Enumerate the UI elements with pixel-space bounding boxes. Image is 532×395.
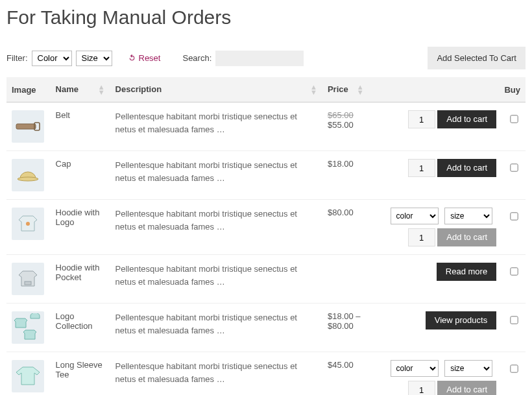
product-name: Cap bbox=[51, 151, 110, 200]
product-name: Belt bbox=[51, 102, 110, 151]
reset-label: Reset bbox=[139, 53, 161, 63]
product-thumb bbox=[12, 159, 44, 191]
product-name: Long Sleeve Tee bbox=[51, 352, 110, 396]
page-title: For Taking Manual Orders bbox=[6, 6, 526, 29]
product-description: Pellentesque habitant morbi tristique se… bbox=[110, 352, 322, 396]
filter-label: Filter: bbox=[6, 53, 28, 63]
view-products-button[interactable]: View products bbox=[426, 311, 496, 329]
qty-input[interactable] bbox=[408, 381, 435, 395]
table-row: Cap Pellentesque habitant morbi tristiqu… bbox=[6, 151, 526, 200]
select-row-checkbox[interactable] bbox=[510, 365, 518, 372]
col-image: Image bbox=[6, 77, 51, 102]
table-row: Logo Collection Pellentesque habitant mo… bbox=[6, 304, 526, 352]
table-row: Hoodie with Pocket Pellentesque habitant… bbox=[6, 255, 526, 304]
product-thumb bbox=[12, 110, 44, 143]
add-to-cart-button[interactable]: Add to cart bbox=[437, 228, 496, 246]
table-row: Belt Pellentesque habitant morbi tristiq… bbox=[6, 102, 526, 151]
qty-input[interactable] bbox=[408, 110, 435, 128]
product-name: Hoodie with Logo bbox=[51, 200, 110, 255]
qty-input[interactable] bbox=[408, 159, 435, 177]
select-row-checkbox[interactable] bbox=[510, 163, 518, 171]
variant-size-select[interactable]: size bbox=[444, 360, 492, 377]
svg-point-2 bbox=[18, 177, 38, 181]
variant-size-select[interactable]: size bbox=[444, 208, 492, 224]
svg-rect-0 bbox=[16, 124, 36, 129]
filter-color-select[interactable]: Color bbox=[32, 51, 72, 66]
product-price: $80.00 bbox=[322, 200, 369, 255]
product-table: Image Name▲▼ Description▲▼ Price▲▼ Buy B… bbox=[6, 77, 526, 395]
table-row: Long Sleeve Tee Pellentesque habitant mo… bbox=[6, 352, 526, 396]
svg-point-3 bbox=[26, 222, 30, 226]
reset-icon bbox=[128, 54, 136, 62]
select-row-checkbox[interactable] bbox=[510, 316, 518, 324]
product-thumb bbox=[12, 360, 44, 392]
product-price: $45.00 bbox=[322, 352, 369, 396]
add-selected-to-cart-button[interactable]: Add Selected To Cart bbox=[428, 47, 526, 69]
svg-rect-4 bbox=[25, 281, 31, 285]
col-description[interactable]: Description▲▼ bbox=[110, 77, 322, 102]
product-price: $18.00 bbox=[322, 151, 369, 200]
select-row-checkbox[interactable] bbox=[510, 212, 518, 220]
product-name: Logo Collection bbox=[51, 304, 110, 352]
variant-color-select[interactable]: color bbox=[391, 360, 439, 377]
table-row: Hoodie with Logo Pellentesque habitant m… bbox=[6, 200, 526, 255]
product-description: Pellentesque habitant morbi tristique se… bbox=[110, 151, 322, 200]
add-to-cart-button[interactable]: Add to cart bbox=[437, 159, 496, 177]
product-description: Pellentesque habitant morbi tristique se… bbox=[110, 255, 322, 304]
read-more-button[interactable]: Read more bbox=[437, 263, 496, 281]
search-label: Search: bbox=[182, 53, 212, 63]
col-buy: Buy bbox=[369, 77, 526, 102]
search-input[interactable] bbox=[215, 51, 304, 66]
product-price: $18.00 – $80.00 bbox=[322, 304, 369, 352]
filter-size-select[interactable]: Size bbox=[76, 51, 112, 66]
product-description: Pellentesque habitant morbi tristique se… bbox=[110, 102, 322, 151]
product-name: Hoodie with Pocket bbox=[51, 255, 110, 304]
add-to-cart-button[interactable]: Add to cart bbox=[437, 110, 496, 128]
variant-color-select[interactable]: color bbox=[391, 208, 439, 224]
col-name[interactable]: Name▲▼ bbox=[51, 77, 110, 102]
select-row-checkbox[interactable] bbox=[510, 267, 518, 275]
product-thumb bbox=[12, 263, 44, 295]
product-price bbox=[322, 255, 369, 304]
reset-link[interactable]: Reset bbox=[128, 53, 161, 63]
filter-bar: Filter: Color Size Reset Search: Add Sel… bbox=[6, 47, 526, 69]
select-row-checkbox[interactable] bbox=[510, 115, 518, 123]
product-price: $65.00$55.00 bbox=[322, 102, 369, 151]
product-thumb bbox=[12, 311, 44, 344]
col-price[interactable]: Price▲▼ bbox=[322, 77, 369, 102]
qty-input[interactable] bbox=[408, 228, 435, 246]
product-thumb bbox=[12, 208, 44, 240]
add-to-cart-button[interactable]: Add to cart bbox=[437, 381, 496, 395]
product-description: Pellentesque habitant morbi tristique se… bbox=[110, 200, 322, 255]
product-description: Pellentesque habitant morbi tristique se… bbox=[110, 304, 322, 352]
